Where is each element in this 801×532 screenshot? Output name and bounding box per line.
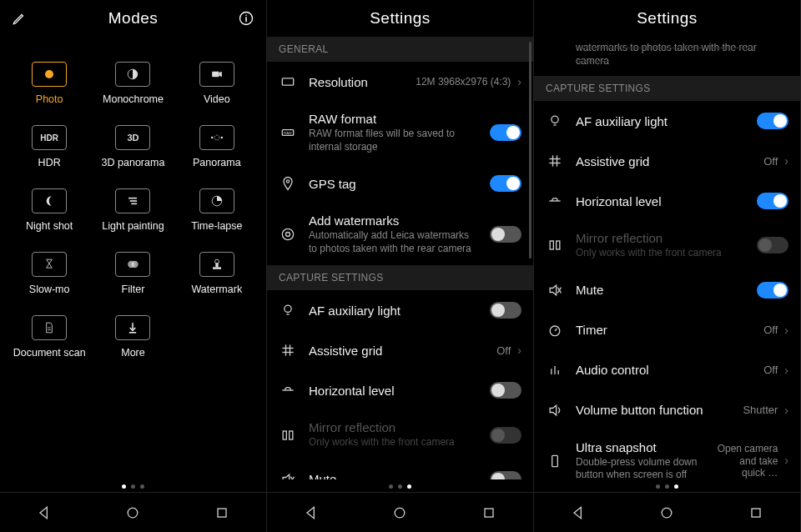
- mode-filter[interactable]: Filter: [93, 252, 172, 295]
- row-title: RAW format: [309, 112, 478, 126]
- mode-label: Time-lapse: [191, 220, 242, 232]
- svg-point-46: [552, 116, 558, 123]
- dot: [656, 484, 660, 489]
- row-mirror-reflection: Mirror reflection Only works with the fr…: [267, 410, 533, 459]
- contrast-icon: [115, 62, 150, 87]
- toggle-mute[interactable]: [757, 282, 788, 299]
- settings-panel-2: Settings watermarks to photos taken with…: [534, 0, 801, 532]
- toggle-horizontal[interactable]: [757, 193, 788, 209]
- nav-recent[interactable]: [472, 496, 506, 529]
- nav-back[interactable]: [28, 496, 61, 529]
- filter-icon: [115, 252, 150, 277]
- svg-rect-53: [550, 241, 553, 249]
- mode-slow-mo[interactable]: Slow-mo: [10, 252, 88, 295]
- row-value: Open camera and take quick …: [713, 443, 778, 479]
- mode-document-scan[interactable]: Document scan: [10, 315, 88, 359]
- mode-label: Photo: [36, 93, 63, 105]
- mode-monochrome[interactable]: Monochrome: [93, 62, 172, 105]
- row-mute[interactable]: Mute: [267, 459, 533, 479]
- row-horizontal-level[interactable]: Horizontal level: [267, 370, 533, 410]
- mode-light-painting[interactable]: Light painting: [93, 188, 172, 232]
- row-audio-control[interactable]: Audio control Off›: [534, 350, 800, 390]
- row-af-aux[interactable]: AF auxiliary light: [267, 290, 533, 330]
- mode-more[interactable]: More: [93, 315, 172, 359]
- row-timer[interactable]: Timer Off›: [534, 310, 800, 350]
- nav-home[interactable]: [650, 496, 683, 529]
- nav-bar: [267, 492, 533, 532]
- row-af-aux[interactable]: AF auxiliary light: [534, 101, 800, 141]
- scrollbar[interactable]: [529, 42, 531, 258]
- mode-label: Monochrome: [103, 93, 164, 105]
- edit-button[interactable]: [0, 0, 38, 37]
- row-assistive-grid[interactable]: Assistive grid Off›: [534, 141, 800, 181]
- svg-point-29: [286, 233, 290, 237]
- mode-time-lapse[interactable]: Time-lapse: [178, 188, 256, 232]
- row-mute[interactable]: Mute: [534, 270, 800, 310]
- mirror-icon: [279, 427, 297, 444]
- svg-rect-54: [557, 241, 560, 249]
- section-capture: CAPTURE SETTINGS: [267, 265, 533, 290]
- settings-header: Settings: [534, 0, 800, 37]
- row-subtitle: Double-press volume down button when scr…: [576, 456, 702, 479]
- stamp-icon: [199, 252, 234, 277]
- mode-watermark[interactable]: Watermark: [178, 252, 256, 295]
- page-indicator: [534, 479, 800, 492]
- toggle-gps[interactable]: [490, 175, 521, 192]
- nav-home[interactable]: [116, 496, 149, 529]
- svg-point-27: [286, 180, 289, 183]
- toggle-watermarks[interactable]: [490, 226, 521, 243]
- row-value: Off: [496, 344, 511, 357]
- row-value: 12M 3968x2976 (4:3): [416, 76, 511, 88]
- info-button[interactable]: [226, 0, 266, 37]
- toggle-horizontal[interactable]: [490, 382, 521, 399]
- modes-title: Modes: [108, 9, 159, 28]
- row-title: AF auxiliary light: [309, 304, 478, 318]
- svg-rect-64: [752, 509, 760, 517]
- speaker-icon: [546, 402, 564, 419]
- chevron-right-icon: ›: [784, 454, 788, 468]
- row-value: Off: [763, 364, 778, 376]
- resolution-icon: [279, 73, 297, 90]
- row-title: Assistive grid: [309, 344, 485, 358]
- timelapse-icon: [199, 188, 234, 213]
- mode-label: HDR: [38, 157, 61, 168]
- dot: [665, 484, 669, 489]
- settings-body[interactable]: GENERAL Resolution 12M 3968x2976 (4:3)› …: [267, 37, 533, 479]
- nav-recent[interactable]: [739, 496, 773, 529]
- nav-back[interactable]: [295, 496, 328, 529]
- toggle-af-aux[interactable]: [490, 302, 521, 319]
- mute-icon: [546, 282, 564, 299]
- row-subtitle: Automatically add Leica watermarks to ph…: [309, 229, 478, 255]
- mode-night-shot[interactable]: Night shot: [10, 188, 88, 232]
- row-watermarks[interactable]: Add watermarks Automatically add Leica w…: [267, 203, 533, 265]
- panorama-icon: [199, 125, 234, 150]
- dot: [407, 484, 411, 489]
- dot: [122, 484, 126, 489]
- mode-photo[interactable]: Photo: [10, 62, 88, 105]
- row-resolution[interactable]: Resolution 12M 3968x2976 (4:3)›: [267, 62, 533, 102]
- toggle-af-aux[interactable]: [757, 113, 788, 129]
- row-gps-tag[interactable]: GPS tag: [267, 163, 533, 203]
- row-subtitle: Only works with the front camera: [576, 247, 745, 260]
- mode-hdr[interactable]: HDR HDR: [10, 125, 88, 168]
- mode-panorama[interactable]: Panorama: [178, 125, 256, 168]
- nav-home[interactable]: [383, 496, 416, 529]
- row-assistive-grid[interactable]: Assistive grid Off›: [267, 330, 533, 370]
- row-volume-button-function[interactable]: Volume button function Shutter›: [534, 390, 800, 430]
- row-raw-format[interactable]: RAW RAW format RAW format files will be …: [267, 102, 533, 163]
- toggle-raw[interactable]: [490, 124, 521, 141]
- mode-3d-panorama[interactable]: 3D 3D panorama: [93, 125, 172, 168]
- nav-back[interactable]: [562, 496, 595, 529]
- nav-recent[interactable]: [205, 496, 239, 529]
- svg-rect-45: [485, 509, 493, 517]
- dot: [398, 484, 402, 489]
- row-title: Mute: [309, 472, 478, 479]
- row-horizontal-level[interactable]: Horizontal level: [534, 181, 800, 221]
- settings-body[interactable]: watermarks to photos taken with the rear…: [534, 37, 800, 479]
- row-ultra-snapshot[interactable]: Ultra snapshot Double-press volume down …: [534, 430, 800, 479]
- mode-video[interactable]: Video: [178, 62, 256, 105]
- mode-label: Watermark: [192, 284, 243, 295]
- row-mirror-reflection: Mirror reflection Only works with the fr…: [534, 221, 800, 270]
- toggle-mute[interactable]: [490, 471, 521, 479]
- settings-title: Settings: [637, 9, 698, 28]
